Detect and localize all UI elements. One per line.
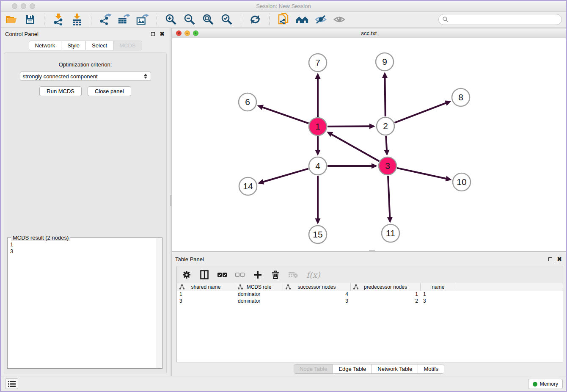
splitter-grip[interactable] [170, 195, 171, 206]
table-row[interactable]: 3 dominator 3 2 3 [177, 298, 563, 305]
graph-node-label: 3 [385, 161, 390, 171]
tab-mcds[interactable]: MCDS [113, 41, 141, 50]
network-window-titlebar[interactable]: ✕ − + scc.txt [172, 28, 566, 38]
close-panel-button[interactable]: Close panel [88, 86, 131, 96]
memory-button[interactable]: Memory [528, 379, 563, 389]
table-row[interactable]: 1 dominator 4 1 1 [177, 291, 563, 298]
graph-node-label: 2 [383, 121, 388, 131]
cell-name[interactable]: 1 [421, 291, 456, 298]
first-neighbors-icon[interactable] [296, 13, 308, 26]
add-column-icon[interactable] [253, 270, 262, 279]
cell-predecessor-nodes[interactable]: 2 [351, 298, 421, 305]
graph-edge-1-2[interactable] [328, 126, 371, 127]
control-panel-float-icon[interactable] [149, 30, 156, 37]
tree-icon [179, 284, 184, 290]
graph-edge-3-1[interactable] [330, 134, 379, 161]
graph-edge-3-10[interactable] [397, 168, 447, 179]
new-network-from-selection-icon[interactable] [277, 13, 290, 26]
network-canvas[interactable]: 7968124314101511 [172, 38, 566, 251]
window-minimize-button[interactable] [21, 3, 26, 9]
search-box[interactable] [438, 14, 562, 25]
tab-network-table[interactable]: Network Table [372, 364, 418, 373]
refresh-icon[interactable] [249, 13, 261, 26]
save-session-icon[interactable] [24, 13, 36, 26]
graph-edge-2-9[interactable] [385, 77, 385, 116]
mcds-result-box[interactable]: MCDS result (2 nodes) 1 3 [7, 237, 162, 369]
graph-node-label: 11 [386, 228, 395, 238]
gear-icon[interactable] [182, 270, 191, 279]
export-image-icon[interactable] [136, 13, 149, 26]
window-zoom-button[interactable] [30, 3, 35, 9]
tree-icon [353, 284, 358, 290]
tab-select[interactable]: Select [86, 41, 113, 50]
control-panel-close-icon[interactable]: ✖ [159, 30, 165, 37]
toolbar-separator [91, 14, 91, 25]
window-close-button[interactable] [12, 3, 17, 9]
graph-edge-arrowhead [372, 163, 377, 169]
graph-edge-arrowhead [384, 150, 389, 156]
tab-node-table[interactable]: Node Table [294, 364, 333, 373]
cell-mcds-role[interactable]: dominator [235, 298, 283, 305]
zoom-in-icon[interactable] [165, 13, 177, 26]
column-header-predecessor-nodes[interactable]: predecessor nodes [351, 283, 421, 291]
control-panel: Control Panel ✖ Network Style Select MCD… [1, 28, 170, 376]
cell-shared-name[interactable]: 1 [177, 291, 235, 298]
cell-successor-nodes[interactable]: 4 [283, 291, 351, 298]
delete-column-icon[interactable] [271, 270, 280, 279]
zoom-out-icon[interactable] [183, 13, 196, 26]
mcds-result-title: MCDS result (2 nodes) [11, 235, 70, 241]
column-header-mcds-role[interactable]: MCDS role [235, 283, 283, 291]
column-header-name[interactable]: name [421, 283, 456, 291]
network-graph[interactable]: 7968124314101511 [172, 38, 566, 251]
export-table-icon[interactable] [118, 13, 130, 26]
zoom-fit-icon[interactable] [202, 13, 215, 26]
cell-predecessor-nodes[interactable]: 1 [351, 291, 421, 298]
tab-network[interactable]: Network [29, 41, 62, 50]
graph-node-label: 15 [313, 229, 322, 239]
zoom-selected-icon[interactable] [220, 13, 233, 26]
deselect-all-icon[interactable] [235, 270, 245, 279]
search-input[interactable] [451, 17, 558, 23]
graph-node-label: 9 [382, 57, 387, 66]
table-panel-close-icon[interactable]: ✖ [556, 256, 563, 262]
export-network-icon[interactable] [99, 13, 112, 26]
show-details-icon[interactable] [333, 13, 346, 26]
column-header-successor-nodes[interactable]: successor nodes [283, 283, 351, 291]
show-columns-icon[interactable] [200, 270, 209, 279]
canvas-resize-handle[interactable] [369, 250, 375, 251]
graph-node-label: 7 [315, 58, 320, 67]
mcds-result-scrollbar[interactable] [157, 238, 162, 368]
graph-edge-4-14[interactable] [262, 168, 308, 182]
function-builder-icon: f(x) [306, 270, 320, 279]
cell-successor-nodes[interactable]: 3 [283, 298, 351, 305]
hide-details-icon[interactable] [314, 13, 327, 26]
graph-edge-arrowhead [387, 217, 393, 223]
table-panel-float-icon[interactable] [547, 256, 553, 262]
graph-edge-2-8[interactable] [394, 102, 447, 122]
tab-edge-table[interactable]: Edge Table [333, 364, 372, 373]
graph-edge-arrowhead [315, 218, 321, 224]
window-titlebar: Session: New Session [1, 1, 566, 12]
task-history-button[interactable] [5, 378, 18, 389]
cell-mcds-role[interactable]: dominator [235, 291, 283, 298]
import-table-icon[interactable] [71, 13, 83, 26]
tree-icon [286, 284, 291, 290]
optimization-criterion-value: strongly connected component [23, 73, 144, 80]
tab-motifs[interactable]: Motifs [418, 364, 444, 373]
cell-name[interactable]: 3 [421, 298, 456, 305]
import-network-icon[interactable] [52, 13, 65, 26]
graph-node-label: 8 [458, 92, 463, 102]
column-header-shared-name[interactable]: shared name [177, 283, 235, 291]
graph-edge-2-3[interactable] [386, 136, 387, 151]
open-file-icon[interactable] [5, 13, 18, 26]
run-mcds-button[interactable]: Run MCDS [39, 86, 82, 96]
tab-style[interactable]: Style [61, 41, 86, 50]
cell-shared-name[interactable]: 3 [177, 298, 235, 305]
graph-edge-3-11[interactable] [388, 176, 390, 218]
table-panel-title: Table Panel [175, 256, 204, 262]
graph-edge-1-6[interactable] [261, 107, 308, 124]
select-all-icon[interactable] [217, 270, 227, 279]
optimization-criterion-select[interactable]: strongly connected component [20, 72, 151, 81]
toolbar-separator [157, 14, 157, 25]
tree-icon [238, 284, 243, 290]
